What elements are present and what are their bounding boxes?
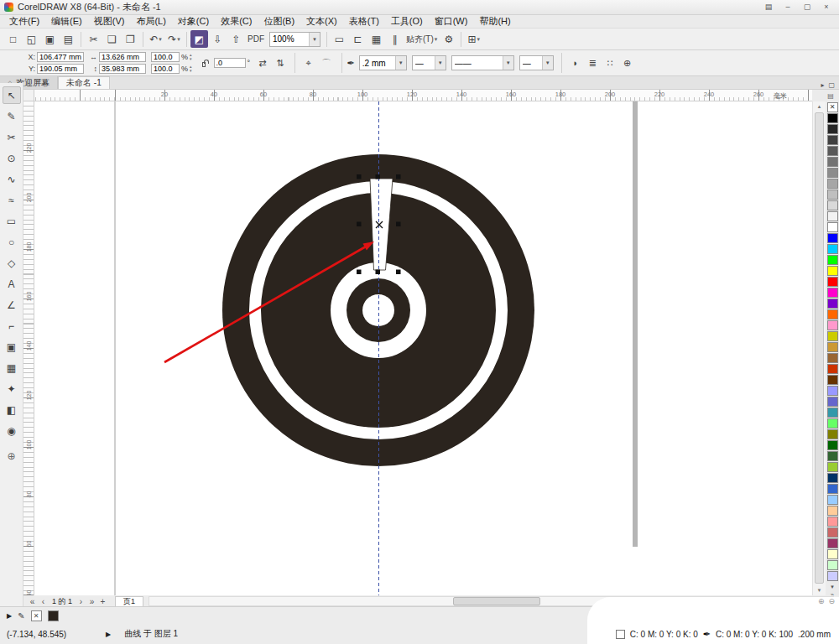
- align-button[interactable]: ∷: [602, 55, 618, 71]
- arrow-end-dropdown-icon[interactable]: ▼: [542, 56, 553, 70]
- menu-help[interactable]: 帮助(H): [473, 15, 516, 28]
- palette-swatch[interactable]: [827, 495, 838, 505]
- minimize-button[interactable]: –: [779, 2, 796, 13]
- next-page-button[interactable]: ›: [76, 596, 86, 607]
- menu-window[interactable]: 窗口(W): [429, 15, 474, 28]
- transparency-tool[interactable]: ▦: [3, 359, 21, 377]
- palette-swatch[interactable]: [827, 124, 838, 134]
- interactive-fill-tool[interactable]: ◧: [3, 401, 21, 418]
- menu-table[interactable]: 表格(T): [343, 15, 385, 28]
- palette-swatch[interactable]: [827, 440, 838, 450]
- palette-swatch[interactable]: [827, 375, 838, 385]
- palette-swatch[interactable]: [827, 560, 838, 570]
- mirror-vertical-button[interactable]: ⇅: [271, 55, 289, 71]
- palette-swatch[interactable]: [827, 571, 838, 581]
- vertical-scrollbar[interactable]: ▲ ▼: [812, 101, 826, 595]
- palette-scroll-down-icon[interactable]: ▾: [831, 584, 834, 590]
- palette-swatch[interactable]: [827, 549, 838, 559]
- palette-swatch[interactable]: [827, 222, 838, 232]
- cut-button[interactable]: ✂: [85, 30, 102, 48]
- show-rulers-button[interactable]: ⊏: [349, 30, 367, 48]
- selection-handle[interactable]: [396, 270, 401, 275]
- selection-handle[interactable]: [376, 270, 381, 275]
- tab-scroll-icon[interactable]: ▸: [821, 81, 824, 89]
- options-button[interactable]: ⚙: [440, 30, 457, 48]
- lock-ratio-button[interactable]: [197, 55, 211, 71]
- print-button[interactable]: ▤: [60, 30, 77, 48]
- smooth-node-button[interactable]: ⌒: [317, 55, 336, 71]
- palette-swatch[interactable]: [827, 113, 838, 123]
- palette-swatch[interactable]: [827, 386, 838, 396]
- import-button[interactable]: ⇩: [209, 30, 227, 48]
- doc-palette-swatch-none[interactable]: ✕: [31, 610, 42, 621]
- palette-swatch[interactable]: [827, 266, 838, 276]
- redo-button[interactable]: ↷▾: [165, 30, 183, 48]
- palette-swatch[interactable]: [827, 429, 838, 439]
- open-button[interactable]: ◱: [23, 30, 40, 48]
- rectangle-tool[interactable]: ▭: [3, 212, 21, 230]
- maximize-button[interactable]: ▢: [799, 2, 816, 13]
- palette-swatch[interactable]: [827, 527, 838, 538]
- text-tool[interactable]: A: [3, 275, 21, 293]
- snap-to-button[interactable]: 贴齐(T)▾: [404, 30, 439, 48]
- palette-swatch[interactable]: [827, 211, 838, 221]
- zoom-level-dropdown-icon[interactable]: ▼: [309, 33, 320, 46]
- mirror-horizontal-button[interactable]: ⇄: [253, 55, 271, 71]
- palette-swatch[interactable]: [827, 462, 838, 472]
- show-guidelines-button[interactable]: ∥: [386, 30, 404, 48]
- scale-x-spinner[interactable]: ▴ ▾: [190, 53, 192, 61]
- palette-swatch[interactable]: [827, 408, 838, 418]
- palette-swatch[interactable]: [827, 146, 838, 156]
- palette-swatch[interactable]: [827, 517, 838, 527]
- arrow-start-input[interactable]: [413, 59, 435, 68]
- palette-swatch[interactable]: [827, 277, 838, 287]
- publish-pdf-button[interactable]: PDF: [246, 30, 266, 48]
- eyedropper-icon[interactable]: ✎: [18, 611, 24, 621]
- page-tab[interactable]: 页1: [115, 596, 143, 607]
- eyedropper-tool[interactable]: ✦: [3, 380, 21, 397]
- menu-layout[interactable]: 布局(L): [130, 15, 171, 28]
- palette-swatch[interactable]: [827, 157, 838, 167]
- menu-edit[interactable]: 编辑(E): [45, 15, 88, 28]
- line-style-select[interactable]: ▼: [451, 55, 514, 70]
- outline-width-input[interactable]: [360, 59, 395, 68]
- tab-untitled-document[interactable]: 未命名 -1: [58, 76, 110, 89]
- search-content-button[interactable]: ◩: [190, 30, 208, 48]
- node-edit-button[interactable]: ⌖: [300, 55, 317, 71]
- palette-swatch[interactable]: [827, 320, 838, 330]
- palette-swatch[interactable]: [827, 168, 838, 178]
- palette-swatch[interactable]: [827, 200, 838, 210]
- palette-swatch[interactable]: [827, 331, 838, 341]
- menu-text[interactable]: 文本(X): [300, 15, 343, 28]
- palette-swatch[interactable]: [827, 179, 838, 189]
- palette-swatch[interactable]: [827, 288, 838, 298]
- y-position-field[interactable]: [37, 64, 84, 74]
- flyout-arrow-icon[interactable]: ▶: [7, 612, 12, 620]
- selection-handle[interactable]: [357, 270, 362, 275]
- freehand-tool[interactable]: ∿: [3, 170, 21, 188]
- tab-panel-icon[interactable]: ▢: [828, 81, 835, 89]
- first-page-button[interactable]: «: [27, 596, 38, 607]
- connector-tool[interactable]: ⌐: [3, 317, 21, 335]
- vertical-scroll-thumb[interactable]: [815, 112, 824, 584]
- more-tools[interactable]: ⊕: [3, 447, 21, 465]
- vertical-ruler[interactable]: 220200180160140120100806040: [23, 101, 34, 595]
- palette-swatch-none[interactable]: ✕: [827, 102, 838, 112]
- spin-down-icon[interactable]: ▾: [190, 57, 192, 61]
- ruler-origin-box[interactable]: [23, 90, 34, 101]
- palette-swatch[interactable]: [827, 255, 838, 265]
- undo-button[interactable]: ↶▾: [147, 30, 164, 48]
- ruler-options-button[interactable]: ▤: [826, 91, 836, 101]
- object-height-field[interactable]: [99, 64, 146, 74]
- arrow-start-dropdown-icon[interactable]: ▼: [435, 56, 446, 70]
- spin-down-icon[interactable]: ▾: [190, 69, 192, 73]
- palette-swatch[interactable]: [827, 473, 838, 483]
- menu-bitmaps[interactable]: 位图(B): [258, 15, 300, 28]
- arrow-end-select[interactable]: ▼: [519, 55, 554, 70]
- last-page-button[interactable]: »: [86, 596, 97, 607]
- horizontal-scroll-thumb[interactable]: [453, 597, 540, 605]
- palette-swatch[interactable]: [827, 538, 838, 548]
- scale-x-field[interactable]: [151, 52, 180, 62]
- palette-swatch[interactable]: [827, 244, 838, 254]
- shape-tool[interactable]: ✎: [3, 107, 21, 125]
